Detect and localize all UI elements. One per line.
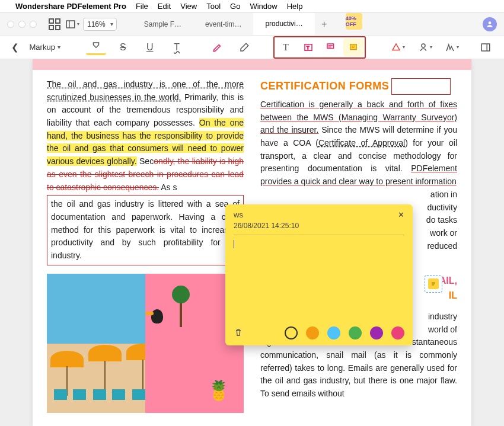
note-author: ws	[234, 210, 243, 219]
panel-toggle-icon[interactable]	[476, 39, 496, 56]
pencil-tool[interactable]	[208, 39, 227, 56]
add-tab-button[interactable]: +	[315, 13, 334, 35]
tab-item[interactable]: Sample F…	[132, 13, 193, 35]
thumbnails-icon[interactable]	[47, 17, 62, 31]
macos-menubar: Wondershare PDFelement Pro File Edit Vie…	[0, 0, 504, 13]
svg-rect-1	[56, 19, 60, 23]
note-color-picker	[285, 326, 404, 339]
delete-note-button[interactable]	[234, 328, 243, 339]
zoom-select[interactable]: 116%	[83, 18, 117, 31]
page-header-image	[33, 59, 471, 70]
note-color-orange[interactable]	[306, 326, 319, 339]
squiggly-underline-tool[interactable]: T	[167, 39, 186, 56]
document-tabs: Sample F… event-tim… productivi… + 40% O…	[132, 13, 478, 35]
close-note-button[interactable]: ✕	[398, 210, 404, 219]
beach-photo	[47, 274, 145, 413]
red-rectangle-annotation[interactable]	[391, 78, 451, 95]
svg-rect-3	[56, 25, 60, 30]
note-icon	[428, 278, 439, 289]
note-color-purple[interactable]	[370, 326, 383, 339]
maximize-window-button[interactable]	[30, 21, 37, 28]
minimize-window-button[interactable]	[18, 21, 25, 28]
menu-view[interactable]: View	[180, 2, 197, 11]
sidebar-toggle-icon[interactable]	[65, 17, 79, 31]
svg-point-6	[489, 21, 492, 24]
shape-tool-dropdown[interactable]	[388, 39, 408, 56]
sticky-note-marker[interactable]	[425, 275, 442, 293]
note-color-blue[interactable]	[327, 326, 340, 339]
underline-tool[interactable]: U	[140, 39, 160, 56]
menu-file[interactable]: File	[136, 2, 148, 11]
strikethrough-tool[interactable]: S	[113, 39, 133, 56]
svg-text:T: T	[307, 45, 310, 50]
tab-item-active[interactable]: productivi…	[253, 13, 314, 35]
note-timestamp: 26/08/2021 14:25:10	[234, 222, 404, 230]
close-window-button[interactable]	[7, 21, 14, 28]
note-color-yellow[interactable]	[285, 326, 298, 339]
eraser-tool[interactable]	[235, 39, 254, 56]
stamp-tool-dropdown[interactable]	[415, 39, 435, 56]
svg-rect-0	[49, 19, 53, 23]
markup-toolbar: ❮ Markup▾ S U T T T	[0, 36, 504, 59]
note-color-green[interactable]	[349, 326, 362, 339]
menu-tool[interactable]: Tool	[206, 2, 221, 11]
svg-rect-16	[482, 44, 490, 51]
promo-badge[interactable]: 40% OFF	[346, 13, 362, 30]
section-heading: CERTIFICATION FORMS	[260, 78, 389, 95]
left-column: The oil and gas industry is one of the m…	[47, 78, 244, 413]
menu-help[interactable]: Help	[287, 2, 303, 11]
window-titlebar: 116% Sample F… event-tim… productivi… + …	[0, 13, 504, 36]
page-image: 🍍	[47, 274, 244, 413]
highlight-tool[interactable]	[86, 40, 106, 55]
svg-point-15	[422, 44, 425, 47]
user-avatar[interactable]	[483, 17, 497, 31]
svg-rect-12	[350, 44, 357, 49]
sticky-note-tool[interactable]	[343, 39, 363, 56]
menu-go[interactable]: Go	[230, 2, 240, 11]
zoom-value: 116%	[87, 20, 106, 28]
signature-tool-dropdown[interactable]	[442, 39, 461, 56]
menu-window[interactable]: Window	[250, 2, 277, 11]
text-annotation-group: T T	[273, 36, 366, 59]
note-color-pink[interactable]	[391, 326, 404, 339]
text-tool[interactable]: T	[276, 39, 296, 56]
callout-tool[interactable]	[321, 39, 341, 56]
text-cursor	[234, 240, 234, 248]
tab-item[interactable]: event-tim…	[193, 13, 253, 35]
red-rectangle-annotation[interactable]: the oil and gas industry is littered wit…	[47, 195, 244, 265]
back-button[interactable]: ❮	[8, 42, 23, 53]
window-controls	[7, 21, 37, 28]
menu-edit[interactable]: Edit	[158, 2, 171, 11]
textbox-tool[interactable]: T	[298, 39, 318, 56]
app-name[interactable]: Wondershare PDFelement Pro	[15, 2, 126, 11]
sticky-note-popup[interactable]: ws ✕ 26/08/2021 14:25:10	[225, 204, 413, 345]
svg-rect-4	[66, 21, 75, 28]
note-textarea[interactable]	[234, 240, 404, 323]
markup-mode-dropdown[interactable]: Markup▾	[30, 43, 60, 52]
svg-rect-2	[49, 25, 53, 30]
